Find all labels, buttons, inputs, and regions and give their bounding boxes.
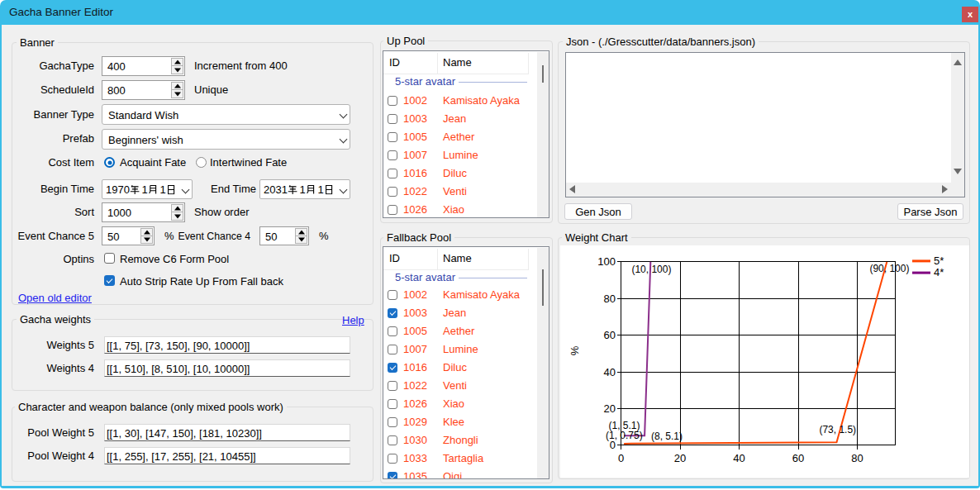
svg-text:40: 40 [733, 452, 745, 464]
svg-text:(8, 5.1): (8, 5.1) [651, 431, 683, 442]
svg-text:(73, 1.5): (73, 1.5) [819, 424, 856, 435]
svg-text:(90, 100): (90, 100) [869, 263, 909, 274]
svg-text:60: 60 [792, 452, 804, 464]
svg-text:(1, 0.75): (1, 0.75) [606, 430, 643, 441]
svg-text:80: 80 [604, 293, 616, 305]
svg-text:%: % [568, 345, 581, 355]
svg-text:40: 40 [604, 366, 616, 378]
svg-text:100: 100 [597, 255, 616, 268]
svg-text:80: 80 [851, 452, 863, 464]
svg-text:5*: 5* [934, 255, 944, 267]
svg-text:(10, 100): (10, 100) [631, 264, 671, 275]
svg-text:4*: 4* [934, 266, 944, 278]
svg-text:0: 0 [618, 452, 624, 464]
svg-text:20: 20 [674, 452, 686, 464]
svg-text:20: 20 [604, 402, 616, 415]
svg-text:60: 60 [604, 329, 616, 341]
